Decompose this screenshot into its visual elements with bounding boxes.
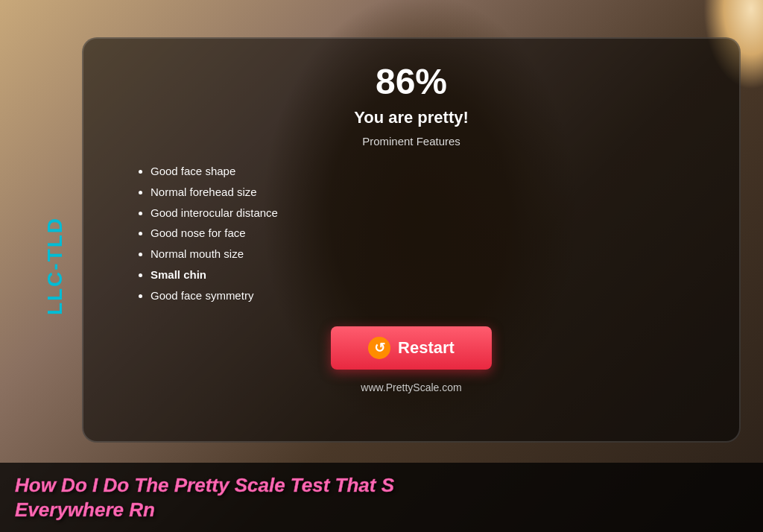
pretty-label: You are pretty!	[354, 108, 469, 127]
bottom-title-line1: How Do I Do The Pretty Scale Test That S	[15, 474, 394, 496]
bottom-title-bar: How Do I Do The Pretty Scale Test That S…	[0, 463, 763, 532]
feature-interocular: Good interocular distance	[151, 203, 278, 224]
restart-button-label: Restart	[398, 338, 455, 358]
feature-symmetry: Good face symmetry	[151, 285, 278, 306]
feature-face-shape: Good face shape	[151, 161, 278, 182]
percentage-display: 86%	[376, 61, 447, 102]
restart-icon: ↺	[368, 337, 390, 359]
feature-forehead-size: Normal forehead size	[151, 182, 278, 203]
feature-nose: Good nose for face	[151, 223, 278, 244]
prominent-features-heading: Prominent Features	[362, 135, 460, 148]
restart-button[interactable]: ↺ Restart	[331, 326, 492, 370]
feature-chin: Small chin	[151, 265, 278, 285]
feature-mouth: Normal mouth size	[151, 244, 278, 265]
website-url: www.PrettyScale.com	[361, 381, 461, 393]
result-card: 86% You are pretty! Prominent Features G…	[82, 37, 741, 443]
features-list: Good face shape Normal forehead size Goo…	[128, 161, 278, 305]
bottom-title-text: How Do I Do The Pretty Scale Test That S…	[15, 473, 748, 522]
bottom-title-line2: Everywhere Rn	[15, 498, 155, 521]
side-watermark: LLC-TLD	[43, 217, 67, 315]
